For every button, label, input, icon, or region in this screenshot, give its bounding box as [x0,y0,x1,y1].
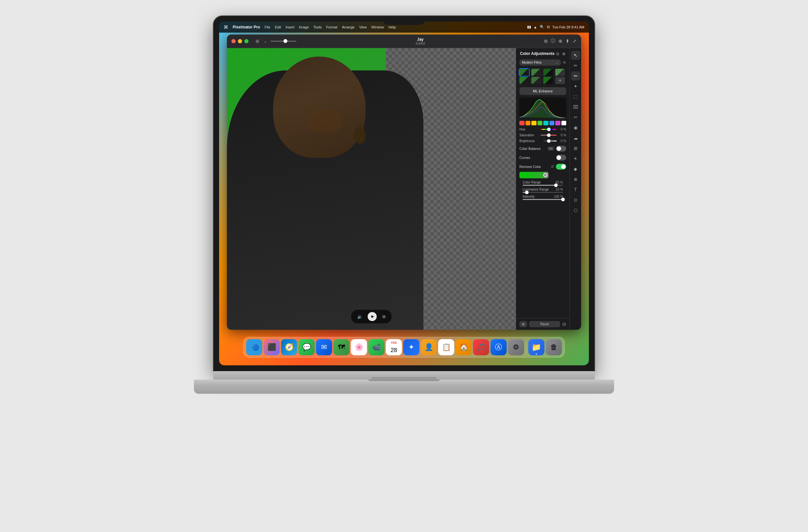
toolbar-selection-tool[interactable]: ⬚ [571,92,580,101]
layers-icon[interactable]: ⧉ [544,38,548,44]
dock-music[interactable]: 🎵 [473,339,489,355]
add-thumbnail-button[interactable]: + [555,77,565,84]
toolbar-adjustments-tool[interactable] [571,71,580,80]
close-button[interactable] [232,39,236,43]
color-range-track[interactable] [522,185,563,186]
orange-channel-pill[interactable] [526,121,531,125]
menu-window[interactable]: Window [371,25,384,29]
saturation-slider[interactable] [541,133,556,137]
panel-minus-icon[interactable]: ⊖ [556,51,559,56]
dock-pixelmator[interactable]: ✦ [403,339,420,355]
thumbnail-7[interactable] [543,77,553,84]
volume-icon[interactable]: 🔉 [357,314,363,319]
toolbar-magic-tool[interactable]: ✦ [571,82,580,91]
preset-close-icon[interactable]: ✕ [563,60,566,65]
menu-file[interactable]: File [265,25,271,29]
dock-safari[interactable]: 🧭 [281,339,297,355]
toolbar-heal-tool[interactable]: ⊞ [571,144,580,153]
green-channel-pill[interactable] [537,121,543,125]
view-mode-button[interactable]: ⊞ [519,321,527,327]
toolbar-shape-tool[interactable]: ⬡ [571,206,580,215]
thumbnail-6[interactable] [531,77,541,84]
share-icon[interactable]: ⬆ [566,38,569,44]
dock-trash[interactable]: 🗑 [546,339,562,355]
control-center-icon[interactable]: ⊟ [547,25,550,29]
swatch-picker[interactable] [543,173,547,177]
panel-plus-icon[interactable]: ⊕ [562,51,566,56]
red-channel-pill[interactable] [519,121,525,125]
menu-image[interactable]: Image [299,25,309,29]
dock-calendar[interactable]: FEB 28 [386,339,402,355]
chevron-down-icon[interactable]: ⌄ [262,38,269,44]
preset-dropdown[interactable]: Modern Films ⌄ [519,59,561,65]
toolbar-crop-tool[interactable]: ✂ [571,113,580,122]
color-swatch[interactable] [519,172,549,178]
menu-view[interactable]: View [359,25,367,29]
white-channel-pill[interactable] [562,121,567,125]
color-balance-toggle[interactable] [556,146,566,152]
thumbnail-5[interactable] [519,77,529,84]
menu-insert[interactable]: Insert [286,25,294,29]
info-icon[interactable]: ⓘ [551,38,555,44]
panel-collapse-icon[interactable]: ⊖ [562,321,566,327]
dock-photos[interactable]: 🌸 [351,339,367,355]
dock-folder[interactable]: 📁 [529,339,545,355]
toolbar-zoom-tool[interactable]: ⊙ [571,195,580,205]
apple-menu[interactable]: ⌘ [224,24,228,30]
curves-toggle[interactable] [556,155,566,160]
fullscreen-button[interactable] [244,39,249,43]
intensity-track[interactable] [522,199,563,200]
thumbnail-3[interactable] [543,69,553,76]
ml-enhance-button[interactable]: ML Enhance [519,87,566,95]
thumbnail-4[interactable] [555,69,565,76]
toolbar-stamp-tool[interactable]: ⊕ [571,175,580,184]
menu-tools[interactable]: Tools [313,25,322,29]
dock-reminders[interactable]: 📋 [438,339,455,355]
minimize-button[interactable] [238,39,242,43]
menu-format[interactable]: Format [326,25,337,29]
dock-dot [536,354,537,355]
dock-finder[interactable]: 🔵 [246,339,262,355]
remove-color-reset-icon[interactable]: ↺ [551,165,554,169]
toolbar-eyedropper-tool[interactable]: ⌧ [571,102,580,111]
toolbar-text-tool[interactable]: T [571,185,580,194]
dock-facetime[interactable]: 📹 [368,339,385,355]
stop-icon[interactable]: ⊖ [382,314,386,319]
dock-contacts[interactable]: 👤 [421,339,437,355]
brightness-slider[interactable] [541,139,556,143]
dock-systemprefs[interactable]: ⚙ [508,339,524,355]
sidebar-toggle-icon[interactable]: ⊞ [254,38,260,44]
thumbnail-1[interactable] [519,69,529,76]
duplicate-icon[interactable]: ⊕ [558,38,562,44]
toolbar-brightness-tool[interactable]: ☀ [571,154,580,163]
dock-messages[interactable]: 💬 [299,339,315,355]
color-swatch-row [519,172,566,178]
yellow-channel-pill[interactable] [531,121,536,125]
reset-button[interactable]: Reset [529,321,560,327]
cyan-channel-pill[interactable] [543,121,549,125]
toolbar-blur-tool[interactable]: ☁ [571,133,580,142]
purple-channel-pill[interactable] [555,121,561,125]
toolbar-pointer-tool[interactable]: ↖ [571,51,580,60]
blue-channel-pill[interactable] [549,121,555,125]
thumbnail-2[interactable] [531,69,541,76]
zoom-slider[interactable] [271,41,296,42]
menu-arrange[interactable]: Arrange [342,25,354,29]
expand-icon[interactable]: ⤢ [573,38,576,44]
dock-mail[interactable]: ✉ [316,339,332,355]
menu-edit[interactable]: Edit [275,25,281,29]
play-button[interactable]: ▶ [368,312,377,321]
search-icon[interactable]: 🔍 [540,25,544,29]
dock-maps[interactable]: 🗺 [333,339,350,355]
toolbar-color-fill-tool[interactable]: ◆ [571,165,580,173]
dock-home[interactable]: 🏠 [456,339,472,355]
dock-launchpad[interactable]: ⬛ [264,339,280,355]
toolbar-paint-tool[interactable]: ✏ [571,61,580,70]
app-name[interactable]: Pixelmator Pro [233,25,260,30]
luminance-range-track[interactable] [522,192,563,193]
toolbar-color-tool[interactable]: ◉ [571,123,580,132]
hue-slider[interactable] [541,128,556,131]
remove-color-toggle[interactable] [556,164,566,170]
menu-help[interactable]: Help [388,25,396,29]
dock-appstore[interactable]: Ⓐ [491,339,507,355]
